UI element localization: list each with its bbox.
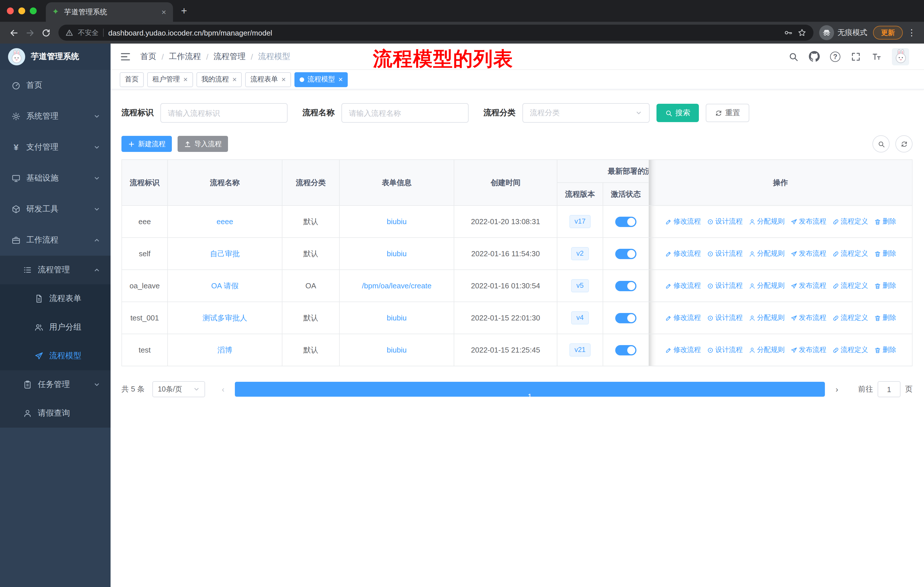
row-action-assign[interactable]: 分配规则 xyxy=(748,281,784,291)
row-action-delete[interactable]: 删除 xyxy=(874,281,896,291)
maximize-window-button[interactable] xyxy=(30,7,37,14)
sidebar-item-leave-query[interactable]: 请假查询 xyxy=(0,399,111,428)
browser-menu-icon[interactable]: ⋮ xyxy=(903,28,918,38)
forward-button[interactable] xyxy=(22,25,38,41)
row-action-definition[interactable]: 流程定义 xyxy=(832,313,868,323)
row-action-design[interactable]: 设计流程 xyxy=(706,249,743,258)
row-action-publish[interactable]: 发布流程 xyxy=(790,249,826,258)
back-button[interactable] xyxy=(6,25,22,41)
search-button[interactable]: 搜索 xyxy=(657,104,699,122)
breadcrumb-item[interactable]: 首页 xyxy=(140,51,157,62)
process-name-link[interactable]: OA 请假 xyxy=(211,281,238,290)
row-action-publish[interactable]: 发布流程 xyxy=(790,217,826,227)
row-action-definition[interactable]: 流程定义 xyxy=(832,345,868,355)
row-action-publish[interactable]: 发布流程 xyxy=(790,281,826,291)
tag-close-icon[interactable]: × xyxy=(338,75,343,84)
github-icon[interactable] xyxy=(809,51,820,62)
row-action-definition[interactable]: 流程定义 xyxy=(832,217,868,227)
reset-button[interactable]: 重置 xyxy=(706,104,749,122)
sidebar-item-dev-tools[interactable]: 研发工具 xyxy=(0,194,111,225)
active-toggle[interactable] xyxy=(615,281,637,291)
form-info-link[interactable]: biubiu xyxy=(387,217,406,226)
sidebar-item-process-management[interactable]: 流程管理 xyxy=(0,256,111,284)
sidebar-item-process-model[interactable]: 流程模型 xyxy=(0,342,111,370)
tag-close-icon[interactable]: × xyxy=(232,75,237,84)
sidebar-item-system-management[interactable]: 系统管理 xyxy=(0,101,111,132)
row-action-publish[interactable]: 发布流程 xyxy=(790,313,826,323)
reload-button[interactable] xyxy=(38,25,54,41)
address-bar[interactable]: 不安全 dashboard.yudao.iocoder.cn/bpm/manag… xyxy=(58,25,813,41)
bookmark-star-icon[interactable] xyxy=(797,28,807,37)
process-name-input[interactable] xyxy=(342,103,469,123)
process-key-input[interactable] xyxy=(160,103,287,123)
row-action-publish[interactable]: 发布流程 xyxy=(790,345,826,355)
process-name-link[interactable]: 滔博 xyxy=(218,346,232,354)
row-action-definition[interactable]: 流程定义 xyxy=(832,281,868,291)
browser-tab[interactable]: 芋道管理系统 × xyxy=(46,2,173,22)
row-action-delete[interactable]: 删除 xyxy=(874,345,896,355)
font-size-icon[interactable] xyxy=(871,51,882,62)
row-action-assign[interactable]: 分配规则 xyxy=(748,217,784,227)
process-name-link[interactable]: 自己审批 xyxy=(210,249,240,258)
tag-tenant-management[interactable]: 租户管理× xyxy=(147,72,193,87)
page-size-select[interactable]: 10条/页 xyxy=(153,381,205,397)
row-action-modify[interactable]: 修改流程 xyxy=(665,313,701,323)
prev-page-button[interactable]: ‹ xyxy=(216,382,231,397)
sidebar-item-process-form[interactable]: 流程表单 xyxy=(0,284,111,313)
row-action-modify[interactable]: 修改流程 xyxy=(665,345,701,355)
row-action-modify[interactable]: 修改流程 xyxy=(665,249,701,258)
row-action-modify[interactable]: 修改流程 xyxy=(665,217,701,227)
form-info-link[interactable]: biubiu xyxy=(387,250,406,258)
breadcrumb-item[interactable]: 工作流程 xyxy=(169,51,201,62)
page-1-button[interactable]: 1 xyxy=(235,382,825,397)
sidebar-item-workflow[interactable]: 工作流程 xyxy=(0,225,111,256)
next-page-button[interactable]: › xyxy=(830,382,844,397)
form-info-link[interactable]: /bpm/oa/leave/create xyxy=(362,281,432,290)
form-info-link[interactable]: biubiu xyxy=(387,314,406,322)
row-action-assign[interactable]: 分配规则 xyxy=(748,345,784,355)
table-refresh-button[interactable] xyxy=(895,135,912,152)
row-action-design[interactable]: 设计流程 xyxy=(706,345,743,355)
row-action-design[interactable]: 设计流程 xyxy=(706,313,743,323)
process-name-link[interactable]: eeee xyxy=(216,217,233,226)
process-name-link[interactable]: 测试多审批人 xyxy=(203,313,247,322)
sidebar-item-user-group[interactable]: 用户分组 xyxy=(0,313,111,342)
tag-home[interactable]: 首页 xyxy=(120,72,144,87)
tag-close-icon[interactable]: × xyxy=(281,75,285,84)
sidebar-item-payment-management[interactable]: ¥支付管理 xyxy=(0,132,111,163)
category-select[interactable]: 流程分类 xyxy=(522,103,650,123)
new-tab-button[interactable]: + xyxy=(173,5,187,17)
toggle-search-button[interactable] xyxy=(873,135,889,152)
update-button[interactable]: 更新 xyxy=(873,26,903,40)
row-action-definition[interactable]: 流程定义 xyxy=(832,249,868,258)
row-action-design[interactable]: 设计流程 xyxy=(706,281,743,291)
search-icon[interactable] xyxy=(788,51,799,62)
sidebar-item-infrastructure[interactable]: 基础设施 xyxy=(0,163,111,194)
row-action-delete[interactable]: 删除 xyxy=(874,249,896,258)
active-toggle[interactable] xyxy=(615,345,637,355)
active-toggle[interactable] xyxy=(615,248,637,259)
import-process-button[interactable]: 导入流程 xyxy=(178,136,228,152)
row-action-delete[interactable]: 删除 xyxy=(874,217,896,227)
row-action-modify[interactable]: 修改流程 xyxy=(665,281,701,291)
tag-close-icon[interactable]: × xyxy=(183,75,188,84)
row-action-assign[interactable]: 分配规则 xyxy=(748,249,784,258)
help-icon[interactable]: ? xyxy=(830,51,840,62)
tab-close-icon[interactable]: × xyxy=(160,8,167,16)
form-info-link[interactable]: biubiu xyxy=(387,346,406,354)
tag-my-process[interactable]: 我的流程× xyxy=(196,72,242,87)
row-action-delete[interactable]: 删除 xyxy=(874,313,896,323)
minimize-window-button[interactable] xyxy=(18,7,25,14)
row-action-design[interactable]: 设计流程 xyxy=(706,217,743,227)
collapse-sidebar-button[interactable] xyxy=(111,51,140,62)
close-window-button[interactable] xyxy=(7,7,14,14)
active-toggle[interactable] xyxy=(615,217,637,227)
sidebar-item-home[interactable]: 首页 xyxy=(0,70,111,101)
password-key-icon[interactable] xyxy=(784,28,793,37)
row-action-assign[interactable]: 分配规则 xyxy=(748,313,784,323)
user-avatar[interactable] xyxy=(892,48,909,65)
active-toggle[interactable] xyxy=(615,313,637,323)
fullscreen-icon[interactable] xyxy=(851,51,861,62)
sidebar-item-task-management[interactable]: 任务管理 xyxy=(0,370,111,399)
tag-process-model[interactable]: 流程模型× xyxy=(294,72,348,87)
